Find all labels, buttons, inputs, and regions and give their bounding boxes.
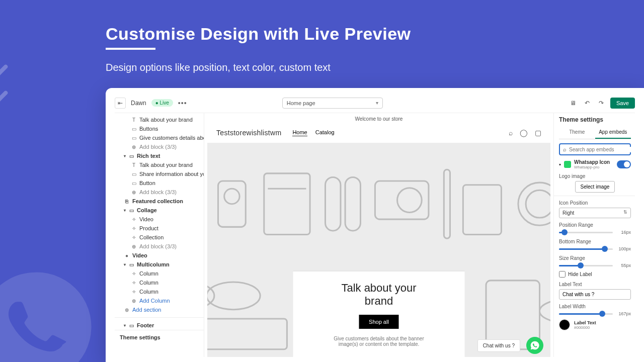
- position-range-label: Position Range: [559, 222, 631, 228]
- chevron-icon: ▾: [124, 323, 126, 328]
- device-preview-icon[interactable]: 🖥: [568, 98, 578, 108]
- save-button[interactable]: Save: [610, 98, 635, 109]
- section-item[interactable]: ▭Button: [115, 178, 204, 188]
- section-item[interactable]: ⊕Add Column: [115, 296, 204, 305]
- item-icon: ●: [124, 252, 130, 258]
- section-item[interactable]: ▭Share information about you...: [115, 169, 204, 178]
- topbar: ⇤ Dawn ● Live ••• Home page 🖥 ↶ ↷ Save: [115, 97, 635, 113]
- item-label: Add block (3/3): [139, 189, 177, 195]
- section-item[interactable]: ⊕Add block (3/3): [115, 188, 204, 197]
- item-label: Collage: [137, 207, 157, 213]
- section-item[interactable]: ▾▭Rich text: [115, 151, 204, 160]
- background-decoration: [0, 60, 4, 113]
- store-header: Teststorewishlistwm Home Catalog ⌕ ◯ ▢: [204, 125, 553, 141]
- promo-subtitle: Design options like position, text color…: [106, 62, 411, 73]
- sections-panel: TTalk about your brand▭Buttons▭Give cust…: [115, 113, 204, 357]
- section-item[interactable]: ▾▭Footer: [115, 321, 204, 330]
- section-item[interactable]: ⟡Column: [115, 287, 204, 296]
- section-item[interactable]: ⟡Collection: [115, 233, 204, 242]
- bottom-range-value: 100px: [616, 246, 631, 251]
- chat-label-preview[interactable]: Chat with us ?: [477, 339, 520, 352]
- search-input[interactable]: [569, 147, 633, 152]
- editor-app: ⇤ Dawn ● Live ••• Home page 🖥 ↶ ↷ Save T…: [106, 88, 644, 362]
- position-range-value: 16px: [616, 230, 631, 235]
- section-item[interactable]: ⟡Product: [115, 224, 204, 233]
- search-icon: ⌕: [563, 146, 567, 152]
- icon-position-select[interactable]: Right: [559, 208, 631, 218]
- item-icon: ⊕: [131, 189, 137, 195]
- chevron-icon: ▾: [124, 208, 126, 213]
- item-label: Button: [139, 180, 155, 186]
- section-item[interactable]: ⟡Video: [115, 215, 204, 224]
- select-image-button[interactable]: Select image: [575, 181, 615, 193]
- item-icon: ⟡: [131, 234, 137, 240]
- item-icon: ▭: [131, 126, 137, 132]
- item-icon: ▭: [131, 180, 137, 186]
- item-label: Video: [139, 216, 153, 222]
- item-label: Add block (3/3): [139, 144, 177, 150]
- theme-name: Dawn: [131, 100, 146, 107]
- embed-name: Whatsapp Icon: [574, 159, 610, 165]
- exit-button[interactable]: ⇤: [115, 98, 126, 109]
- promo-hero: Customise Design with Live Preview Desig…: [106, 24, 411, 73]
- position-range-slider[interactable]: [559, 232, 613, 233]
- tab-theme[interactable]: Theme: [559, 126, 595, 139]
- color-label: Label Text: [574, 320, 596, 325]
- section-item[interactable]: TTalk about your brand: [115, 115, 204, 124]
- search-icon[interactable]: ⌕: [509, 129, 513, 137]
- section-item[interactable]: ⟡Column: [115, 269, 204, 278]
- section-item[interactable]: ⊕Add block (3/3): [115, 142, 204, 151]
- store-logo: Teststorewishlistwm: [216, 129, 281, 137]
- item-label: Talk about your brand: [139, 162, 193, 168]
- nav-home[interactable]: Home: [292, 129, 307, 136]
- tab-app-embeds[interactable]: App embeds: [595, 126, 631, 139]
- label-color-row[interactable]: Label Text #000000: [559, 319, 631, 330]
- shop-all-button[interactable]: Shop all: [359, 315, 399, 329]
- section-item[interactable]: ▭Give customers details abou...: [115, 133, 204, 142]
- more-menu[interactable]: •••: [178, 99, 187, 107]
- redo-icon[interactable]: ↷: [596, 98, 606, 108]
- item-icon: ⟡: [131, 225, 137, 231]
- section-item[interactable]: ▾▭Multicolumn: [115, 260, 204, 269]
- section-item[interactable]: ▭Buttons: [115, 124, 204, 133]
- label-text-input[interactable]: [559, 289, 631, 300]
- cart-icon[interactable]: ▢: [535, 129, 541, 137]
- item-icon: ▭: [128, 153, 134, 159]
- label-width-slider[interactable]: [559, 313, 613, 315]
- hide-label-input[interactable]: [559, 271, 566, 278]
- color-swatch[interactable]: [559, 319, 570, 330]
- bottom-range-slider[interactable]: [559, 248, 613, 250]
- section-item[interactable]: ⎘Featured collection: [115, 197, 204, 206]
- item-icon: ⟡: [131, 280, 137, 286]
- item-label: Column: [139, 270, 158, 277]
- size-range-value: 55px: [616, 263, 631, 268]
- section-item[interactable]: ⟡Column: [115, 278, 204, 287]
- whatsapp-fab[interactable]: [526, 337, 543, 354]
- item-label: Add section: [132, 307, 161, 313]
- item-label: Product: [139, 225, 158, 231]
- workspace: TTalk about your brand▭Buttons▭Give cust…: [115, 113, 635, 357]
- page-selector[interactable]: Home page: [282, 98, 383, 109]
- item-label: Add Column: [139, 298, 170, 304]
- account-icon[interactable]: ◯: [520, 129, 528, 137]
- hide-label-checkbox[interactable]: Hide Label: [559, 271, 631, 278]
- undo-icon[interactable]: ↶: [582, 98, 592, 108]
- item-icon: ⟡: [131, 216, 137, 222]
- section-item[interactable]: ⊕Add section: [115, 305, 204, 314]
- section-item[interactable]: ●Video: [115, 251, 204, 260]
- label-width-value: 167px: [616, 311, 631, 316]
- theme-settings-link[interactable]: Theme settings: [115, 330, 204, 344]
- section-item[interactable]: TTalk about your brand: [115, 160, 204, 169]
- embed-row[interactable]: ▾ Whatsapp Icon Whatsapp-pro: [559, 159, 631, 169]
- item-icon: ⊕: [131, 243, 137, 249]
- nav-catalog[interactable]: Catalog: [315, 129, 335, 136]
- item-icon: ⟡: [131, 270, 137, 277]
- size-range-slider[interactable]: [559, 265, 613, 266]
- search-app-embeds[interactable]: ⌕: [559, 143, 631, 155]
- section-item[interactable]: ⊕Add block (3/3): [115, 242, 204, 251]
- embed-toggle[interactable]: [617, 160, 631, 168]
- item-icon: ▭: [128, 261, 134, 267]
- section-item[interactable]: ▾▭Collage: [115, 206, 204, 215]
- settings-panel: Theme settings Theme App embeds ⌕ ▾ What…: [553, 113, 635, 357]
- item-label: Collection: [139, 234, 164, 240]
